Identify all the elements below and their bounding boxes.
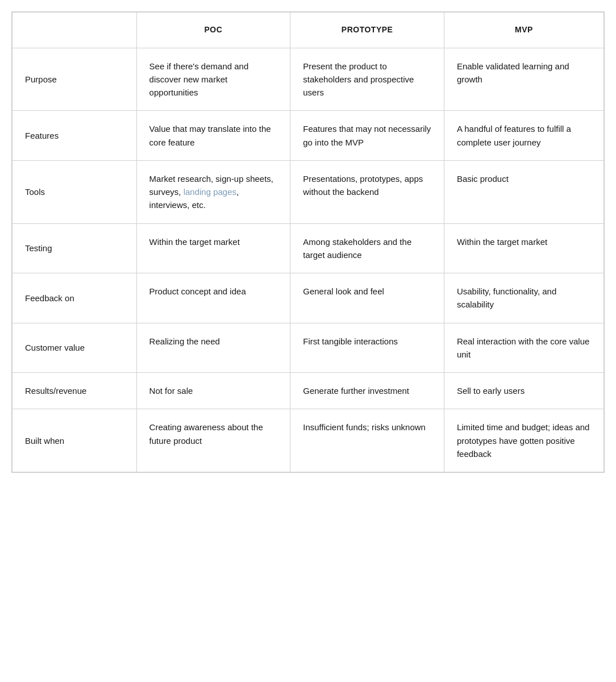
row-label: Built when bbox=[13, 409, 137, 472]
row-label: Feedback on bbox=[13, 273, 137, 323]
table-row: ToolsMarket research, sign-up sheets, su… bbox=[13, 160, 604, 223]
row-poc: Within the target market bbox=[136, 223, 290, 273]
row-mvp: A handful of features to fulfill a compl… bbox=[444, 111, 603, 161]
row-label: Purpose bbox=[13, 48, 137, 111]
row-label: Customer value bbox=[13, 323, 137, 373]
table-row: FeaturesValue that may translate into th… bbox=[13, 111, 604, 161]
landing-pages-link: landing pages bbox=[184, 187, 236, 197]
header-label bbox=[13, 13, 137, 48]
table-row: Results/revenueNot for saleGenerate furt… bbox=[13, 373, 604, 409]
row-prototype: Generate further investment bbox=[290, 373, 444, 409]
table-body: PurposeSee if there's demand and discove… bbox=[13, 48, 604, 472]
table-row: Customer valueRealizing the needFirst ta… bbox=[13, 323, 604, 373]
row-prototype: Presentations, prototypes, apps without … bbox=[290, 160, 444, 223]
row-mvp: Basic product bbox=[444, 160, 603, 223]
table-row: PurposeSee if there's demand and discove… bbox=[13, 48, 604, 111]
row-mvp: Sell to early users bbox=[444, 373, 603, 409]
row-mvp: Within the target market bbox=[444, 223, 603, 273]
row-poc: Realizing the need bbox=[136, 323, 290, 373]
row-prototype: Present the product to stakeholders and … bbox=[290, 48, 444, 111]
row-mvp: Real interaction with the core value uni… bbox=[444, 323, 603, 373]
row-prototype: First tangible interactions bbox=[290, 323, 444, 373]
row-label: Results/revenue bbox=[13, 373, 137, 409]
row-poc: See if there's demand and discover new m… bbox=[136, 48, 290, 111]
header-mvp: MVP bbox=[444, 13, 603, 48]
header-poc: POC bbox=[136, 13, 290, 48]
row-mvp: Enable validated learning and growth bbox=[444, 48, 603, 111]
row-poc: Product concept and idea bbox=[136, 273, 290, 323]
row-poc: Not for sale bbox=[136, 373, 290, 409]
row-poc: Market research, sign-up sheets, surveys… bbox=[136, 160, 290, 223]
row-poc: Creating awareness about the future prod… bbox=[136, 409, 290, 472]
row-prototype: Insufficient funds; risks unknown bbox=[290, 409, 444, 472]
row-label: Features bbox=[13, 111, 137, 161]
row-poc: Value that may translate into the core f… bbox=[136, 111, 290, 161]
table-row: TestingWithin the target marketAmong sta… bbox=[13, 223, 604, 273]
header-prototype: PROTOTYPE bbox=[290, 13, 444, 48]
comparison-table-wrapper: POC PROTOTYPE MVP PurposeSee if there's … bbox=[11, 11, 605, 473]
row-prototype: General look and feel bbox=[290, 273, 444, 323]
row-prototype: Features that may not necessarily go int… bbox=[290, 111, 444, 161]
row-mvp: Limited time and budget; ideas and proto… bbox=[444, 409, 603, 472]
row-prototype: Among stakeholders and the target audien… bbox=[290, 223, 444, 273]
row-label: Tools bbox=[13, 160, 137, 223]
table-row: Built whenCreating awareness about the f… bbox=[13, 409, 604, 472]
row-label: Testing bbox=[13, 223, 137, 273]
header-row: POC PROTOTYPE MVP bbox=[13, 13, 604, 48]
table-row: Feedback onProduct concept and ideaGener… bbox=[13, 273, 604, 323]
row-mvp: Usability, functionality, and scalabilit… bbox=[444, 273, 603, 323]
comparison-table: POC PROTOTYPE MVP PurposeSee if there's … bbox=[12, 12, 604, 472]
